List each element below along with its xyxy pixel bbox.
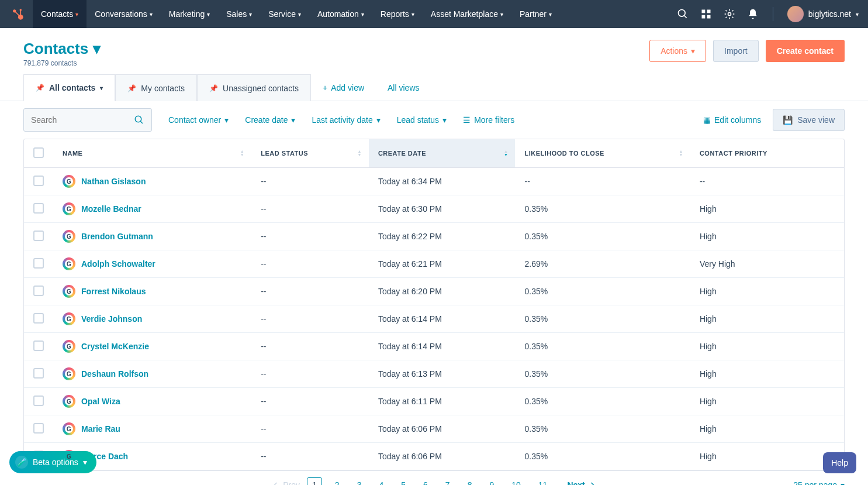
beta-options-button[interactable]: 🧪Beta options▾ (9, 451, 96, 473)
contact-name-link[interactable]: Verdie Johnson (81, 314, 142, 324)
pagination-page[interactable]: 10 (507, 478, 525, 485)
pagination-page[interactable]: 5 (396, 478, 410, 485)
chevron-down-icon: ▾ (411, 11, 414, 18)
chevron-down-icon: ▾ (500, 11, 503, 18)
row-checkbox[interactable] (33, 395, 44, 406)
nav-asset-marketplace[interactable]: Asset Marketplace▾ (423, 0, 511, 28)
cell-priority: High (690, 305, 844, 333)
filter-create-date[interactable]: Create date▾ (245, 115, 295, 125)
nav-service[interactable]: Service▾ (260, 0, 309, 28)
contact-name-link[interactable]: Brendon Gutmann (81, 232, 153, 241)
contact-name-link[interactable]: Adolph Schowalter (81, 259, 155, 269)
more-filters-button[interactable]: ☰More filters (463, 115, 514, 125)
filter-lead-status[interactable]: Lead status▾ (397, 115, 447, 125)
cell-likelihood: 0.35% (515, 333, 690, 360)
contact-name-link[interactable]: Opal Wiza (81, 397, 120, 406)
pagination-page[interactable]: 3 (352, 478, 366, 485)
create-contact-button[interactable]: Create contact (766, 40, 845, 62)
all-views-link[interactable]: All views (376, 74, 431, 101)
pagination-prev[interactable]: Prev (272, 480, 300, 485)
pagination-page[interactable]: 8 (463, 478, 477, 485)
cell-likelihood: 0.35% (515, 443, 690, 470)
contact-name-link[interactable]: Mozelle Bednar (81, 204, 141, 214)
col-create-date[interactable]: CREATE DATE▲▼ (369, 139, 516, 168)
nav-contacts[interactable]: Contacts▾ (33, 0, 87, 28)
row-checkbox[interactable] (33, 423, 44, 434)
search-input[interactable] (31, 115, 134, 125)
nav-sales[interactable]: Sales▾ (218, 0, 260, 28)
search-icon[interactable] (677, 8, 689, 20)
row-checkbox[interactable] (33, 313, 44, 324)
pagination-page[interactable]: 7 (441, 478, 455, 485)
page-title[interactable]: Contacts▾ (23, 40, 101, 58)
nav-conversations[interactable]: Conversations▾ (87, 0, 161, 28)
pagination-next[interactable]: Next (567, 480, 595, 485)
caret-down-icon: ▾ (691, 46, 695, 56)
top-nav: Contacts▾ Conversations▾ Marketing▾ Sale… (0, 0, 868, 28)
col-name[interactable]: NAME▲▼ (53, 139, 251, 168)
row-checkbox[interactable] (33, 258, 44, 269)
account-menu[interactable]: biglytics.net ▾ (787, 6, 859, 22)
contact-name-link[interactable]: Marie Rau (81, 424, 120, 434)
row-checkbox[interactable] (33, 340, 44, 351)
account-name: biglytics.net (808, 9, 851, 19)
col-priority[interactable]: CONTACT PRIORITY (690, 139, 844, 168)
contact-avatar-icon (63, 422, 75, 435)
pin-icon: 📌 (127, 84, 136, 92)
pagination-page[interactable]: 4 (374, 478, 388, 485)
tab-unassigned-contacts[interactable]: 📌Unassigned contacts (197, 74, 311, 101)
table-row: Brendon Gutmann -- Today at 6:22 PM 0.35… (24, 223, 844, 250)
contact-name-link[interactable]: Nathan Gislason (81, 177, 146, 186)
help-button[interactable]: Help (823, 452, 856, 473)
table-row: Pierce Dach -- Today at 6:06 PM 0.35% Hi… (24, 443, 844, 470)
nav-automation[interactable]: Automation▾ (309, 0, 372, 28)
contact-avatar-icon (63, 257, 75, 270)
pagination-page[interactable]: 9 (485, 478, 499, 485)
pagination-page[interactable]: 2 (330, 478, 344, 485)
row-checkbox[interactable] (33, 203, 44, 214)
table-row: Opal Wiza -- Today at 6:11 PM 0.35% High (24, 388, 844, 415)
tab-all-contacts[interactable]: 📌All contacts▾ (23, 74, 115, 101)
cell-lead-status: -- (251, 223, 369, 250)
add-view-button[interactable]: +Add view (311, 74, 376, 101)
contact-avatar-icon (63, 202, 75, 215)
edit-columns-button[interactable]: ▦Edit columns (703, 115, 761, 125)
marketplace-icon[interactable] (700, 8, 712, 20)
search-box[interactable] (23, 108, 152, 132)
contact-count: 791,879 contacts (23, 59, 101, 67)
pagination-page[interactable]: 1 (307, 477, 322, 485)
gear-icon[interactable] (724, 8, 735, 20)
per-page-select[interactable]: 25 per page▾ (793, 480, 845, 485)
cell-create-date: Today at 6:20 PM (369, 278, 516, 305)
pagination-page[interactable]: 6 (419, 478, 433, 485)
table-row: Mozelle Bednar -- Today at 6:30 PM 0.35%… (24, 195, 844, 223)
nav-partner[interactable]: Partner▾ (511, 0, 560, 28)
tab-my-contacts[interactable]: 📌My contacts (115, 74, 197, 101)
col-lead-status[interactable]: LEAD STATUS▲▼ (251, 139, 369, 168)
cell-lead-status: -- (251, 305, 369, 333)
row-checkbox[interactable] (33, 368, 44, 379)
nav-marketing[interactable]: Marketing▾ (161, 0, 218, 28)
col-likelihood[interactable]: LIKELIHOOD TO CLOSE▲▼ (515, 139, 690, 168)
pagination-page[interactable]: 11 (534, 478, 552, 485)
import-button[interactable]: Import (713, 40, 759, 62)
actions-button[interactable]: Actions▾ (649, 40, 706, 62)
caret-down-icon: ▾ (100, 85, 103, 91)
sort-icon: ▲▼ (679, 150, 683, 157)
select-all-checkbox[interactable] (33, 147, 44, 158)
contact-name-link[interactable]: Forrest Nikolaus (81, 287, 146, 296)
contact-avatar-icon (63, 340, 75, 353)
row-checkbox[interactable] (33, 176, 44, 186)
filter-contact-owner[interactable]: Contact owner▾ (168, 115, 229, 125)
row-checkbox[interactable] (33, 231, 44, 241)
row-checkbox[interactable] (33, 286, 44, 296)
filter-last-activity[interactable]: Last activity date▾ (312, 115, 380, 125)
bell-icon[interactable] (747, 8, 759, 20)
contact-name-link[interactable]: Deshaun Rolfson (81, 369, 148, 379)
cell-create-date: Today at 6:21 PM (369, 250, 516, 278)
contact-name-link[interactable]: Crystel McKenzie (81, 342, 149, 351)
save-view-button[interactable]: 💾Save view (773, 109, 845, 131)
hubspot-logo-icon[interactable] (9, 6, 26, 22)
chevron-down-icon: ▾ (207, 11, 210, 18)
nav-reports[interactable]: Reports▾ (372, 0, 423, 28)
